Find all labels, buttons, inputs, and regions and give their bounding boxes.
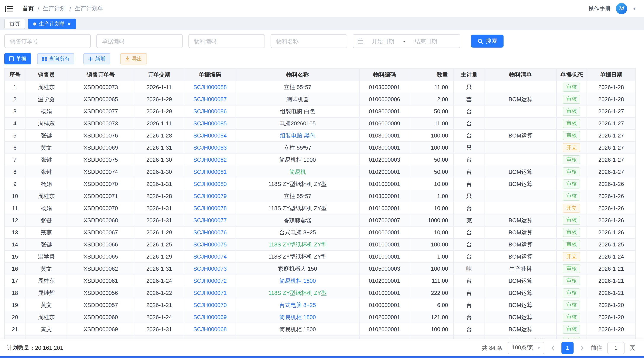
column-header-sale_order: 销售订单号 <box>67 69 134 81</box>
cell-seq: 4 <box>4 117 25 130</box>
column-header-unit: 主计量 <box>454 69 484 81</box>
end-date-input[interactable] <box>407 38 444 44</box>
active-tab-dot <box>33 22 36 25</box>
date-range-picker[interactable]: - <box>353 34 460 48</box>
doc-code-link[interactable]: SCJH000076 <box>193 229 227 236</box>
tab-home[interactable]: 首页 <box>4 19 25 29</box>
table-row[interactable]: 1周桂东XSDD0000732026-1-11SCJH000088立柱 55*5… <box>4 81 636 93</box>
sidebar-collapse-icon[interactable] <box>5 6 13 12</box>
doc-code-link[interactable]: SCJH000087 <box>193 96 227 103</box>
next-page-button[interactable] <box>579 345 586 350</box>
table-row[interactable]: 17周桂东XSDD0000612026-1-24SCJH000072简易机柜 1… <box>4 275 636 287</box>
status-badge: 审核 <box>563 95 580 104</box>
doc-code-link[interactable]: SCJH000080 <box>193 181 227 187</box>
material-name-input[interactable] <box>270 34 347 48</box>
doc-code-link[interactable]: SCJH000077 <box>193 217 227 224</box>
page-size-select[interactable]: 100条/页 ▼ <box>508 342 544 354</box>
doc-code-link[interactable]: SCJH000079 <box>193 193 227 199</box>
breadcrumb-production-plan[interactable]: 生产计划 <box>43 5 66 13</box>
status-badge: 审核 <box>563 83 580 92</box>
doc-code-link[interactable]: SCJH000081 <box>193 169 227 175</box>
material-code-input[interactable] <box>188 34 265 48</box>
manual-link[interactable]: 操作手册 <box>588 5 611 13</box>
export-button[interactable]: 导出 <box>120 53 147 65</box>
user-menu-caret-icon[interactable]: ▼ <box>632 7 636 11</box>
doc-code-link[interactable]: SCJH000083 <box>193 144 227 151</box>
doc-button[interactable]: 单据 <box>4 53 31 65</box>
doc-code-link[interactable]: SCJH000074 <box>193 253 227 260</box>
table-row[interactable]: 15温学勇XSDD0000652026-1-29SCJH000074118S Z… <box>4 251 636 263</box>
goto-page-input[interactable] <box>607 342 624 354</box>
date-range-separator: - <box>402 37 406 45</box>
prev-page-button[interactable] <box>549 345 556 350</box>
cell-unit: 台 <box>454 178 484 190</box>
doc-code-link[interactable]: SCJH000073 <box>193 265 227 272</box>
doc-code-link[interactable]: SCJH000082 <box>193 157 227 163</box>
status-badge: 审核 <box>563 179 580 189</box>
status-badge: 开立 <box>563 252 580 261</box>
tab-close-icon[interactable]: × <box>68 21 71 27</box>
table-row[interactable]: 6黄文XSDD0000692026-1-31SCJH000083立柱 55*57… <box>4 142 636 154</box>
table-row[interactable]: 11杨娟XSDD0000702026-1-31SCJH000078118S ZY… <box>4 202 636 214</box>
table-row[interactable]: 19黄文XSDD0000572026-1-21SCJH000070台式电脑 8+… <box>4 299 636 311</box>
table-row[interactable]: 8张键XSDD0000742026-1-30SCJH000081简易机01020… <box>4 166 636 178</box>
search-button[interactable]: 搜索 <box>471 35 504 48</box>
cell-sale_order: XSDD000073 <box>67 81 134 93</box>
doc-code-link[interactable]: SCJH000086 <box>193 108 227 115</box>
query-all-button[interactable]: 查询所有 <box>37 53 74 65</box>
doc-code-link[interactable]: SCJH000078 <box>193 205 227 211</box>
cell-doc_code: SCJH000069 <box>184 311 236 323</box>
table-row[interactable]: 2温学勇XSDD0000652026-1-29SCJH000087测试机器010… <box>4 93 636 105</box>
cell-doc_date: 2026-1-26 <box>587 190 636 202</box>
table-row[interactable]: 4周桂东XSDD0000732026-1-11SCJH000085电脑20260… <box>4 117 636 130</box>
table-row[interactable]: 7张键XSDD0000752026-1-30SCJH000082简易机柜 190… <box>4 154 636 166</box>
cell-doc_code: SCJH000076 <box>184 226 236 238</box>
cell-material_name: 118S ZY型纸杯机 ZY型 <box>236 202 359 214</box>
cell-unit: 台 <box>454 311 484 323</box>
add-button[interactable]: 新增 <box>84 53 110 65</box>
sale-order-input[interactable] <box>4 34 91 48</box>
breadcrumb-home[interactable]: 首页 <box>22 5 34 13</box>
table-row[interactable]: 20周桂东XSDD0000602026-1-24SCJH000069简易机柜 1… <box>4 311 636 323</box>
cell-seller: 杨娟 <box>25 105 67 117</box>
doc-code-link[interactable]: SCJH000084 <box>193 132 227 139</box>
doc-code-link[interactable]: SCJH000088 <box>193 84 227 90</box>
cell-seq: 14 <box>4 238 25 251</box>
table-row[interactable]: 18屈继辉XSDD0000562026-1-22SCJH000071118S Z… <box>4 287 636 299</box>
start-date-input[interactable] <box>364 38 402 44</box>
table-row[interactable]: 3杨娟XSDD0000772026-1-29SCJH000086组装电脑 白色0… <box>4 105 636 117</box>
current-page-button[interactable]: 1 <box>562 342 574 354</box>
cell-doc_code: SCJH000080 <box>184 178 236 190</box>
cell-status: 审核 <box>556 190 587 202</box>
doc-code-link[interactable]: SCJH000068 <box>193 326 227 332</box>
doc-code-link[interactable]: SCJH000085 <box>193 120 227 127</box>
doc-code-link[interactable]: SCJH000071 <box>193 290 227 296</box>
cell-qty: 100.00 <box>410 323 454 335</box>
cell-qty: 10.00 <box>410 202 454 214</box>
search-button-label: 搜索 <box>486 37 497 45</box>
table-row[interactable]: 9杨娟XSDD0000702026-1-31SCJH000080118S ZY型… <box>4 178 636 190</box>
table-row[interactable]: 16黄文XSDD0000622026-1-31SCJH000073家庭机器人 1… <box>4 263 636 275</box>
cell-bom: BOM运算 <box>484 130 556 142</box>
cell-sale_order: XSDD000065 <box>67 93 134 105</box>
table-row[interactable]: 12张键XSDD0000682026-1-31SCJH000077香辣蒜蓉酱01… <box>4 214 636 226</box>
doc-code-input[interactable] <box>96 34 183 48</box>
table-row[interactable]: 10周桂东XSDD0000712026-1-28SCJH000079立柱 55*… <box>4 190 636 202</box>
table-row[interactable]: 21黄文XSDD0000692026-1-31SCJH000068简易机柜 18… <box>4 323 636 335</box>
tab-production-plan-doc[interactable]: 生产计划单 × <box>28 19 76 29</box>
doc-code-link[interactable]: SCJH000069 <box>193 314 227 320</box>
cell-qty: 100.00 <box>410 263 454 275</box>
cell-due_date: 2026-1-31 <box>134 214 184 226</box>
table-row[interactable]: 5张键XSDD0000762026-1-28SCJH000084组装电脑 黑色0… <box>4 130 636 142</box>
doc-code-link[interactable]: SCJH000072 <box>193 278 227 284</box>
cell-qty: 121.00 <box>410 311 454 323</box>
doc-code-link[interactable]: SCJH000075 <box>193 241 227 248</box>
cell-bom <box>484 154 556 166</box>
cell-unit: 台 <box>454 202 484 214</box>
app-logo[interactable]: M <box>616 3 627 14</box>
table-row[interactable]: 14张键XSDD0000662026-1-25SCJH000075118S ZY… <box>4 238 636 251</box>
status-badge: 审核 <box>563 264 580 273</box>
table-row[interactable]: 13戴燕XSDD0000672026-1-29SCJH000076台式电脑 8+… <box>4 226 636 238</box>
table-container[interactable]: 序号销售员销售订单号订单交期单据编码物料名称物料编码数量主计量物料清单单据状态单… <box>4 68 640 341</box>
doc-code-link[interactable]: SCJH000070 <box>193 302 227 308</box>
